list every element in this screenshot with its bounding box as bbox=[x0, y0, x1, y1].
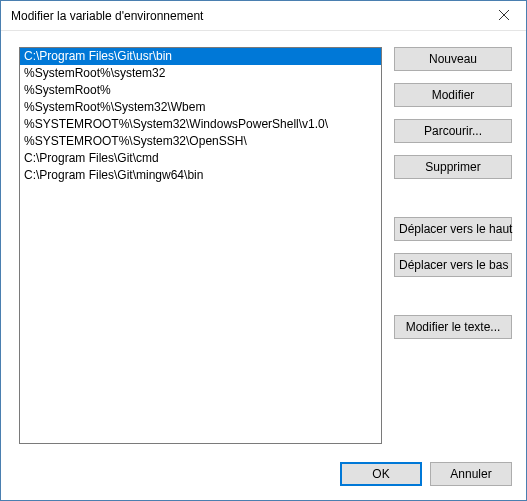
move-up-button[interactable]: Déplacer vers le haut bbox=[394, 217, 512, 241]
dialog-window: Modifier la variable d'environnement C:\… bbox=[0, 0, 527, 501]
edit-text-button[interactable]: Modifier le texte... bbox=[394, 315, 512, 339]
list-item[interactable]: %SYSTEMROOT%\System32\WindowsPowerShell\… bbox=[20, 116, 381, 133]
new-button[interactable]: Nouveau bbox=[394, 47, 512, 71]
titlebar: Modifier la variable d'environnement bbox=[1, 1, 526, 31]
list-item[interactable]: C:\Program Files\Git\cmd bbox=[20, 150, 381, 167]
cancel-button[interactable]: Annuler bbox=[430, 462, 512, 486]
move-down-button[interactable]: Déplacer vers le bas bbox=[394, 253, 512, 277]
list-item[interactable]: C:\Program Files\Git\usr\bin bbox=[20, 48, 381, 65]
list-item[interactable]: C:\Program Files\Git\mingw64\bin bbox=[20, 167, 381, 184]
list-item[interactable]: %SystemRoot%\System32\Wbem bbox=[20, 99, 381, 116]
list-item[interactable]: %SystemRoot%\system32 bbox=[20, 65, 381, 82]
list-item[interactable]: %SystemRoot% bbox=[20, 82, 381, 99]
window-title: Modifier la variable d'environnement bbox=[11, 9, 481, 23]
ok-button[interactable]: OK bbox=[340, 462, 422, 486]
browse-button[interactable]: Parcourir... bbox=[394, 119, 512, 143]
footer: OK Annuler bbox=[1, 454, 526, 500]
path-listbox[interactable]: C:\Program Files\Git\usr\bin%SystemRoot%… bbox=[19, 47, 382, 444]
list-item[interactable]: %SYSTEMROOT%\System32\OpenSSH\ bbox=[20, 133, 381, 150]
side-buttons: Nouveau Modifier Parcourir... Supprimer … bbox=[394, 47, 512, 444]
delete-button[interactable]: Supprimer bbox=[394, 155, 512, 179]
close-icon bbox=[499, 9, 509, 23]
close-button[interactable] bbox=[481, 1, 526, 31]
content-area: C:\Program Files\Git\usr\bin%SystemRoot%… bbox=[1, 31, 526, 454]
edit-button[interactable]: Modifier bbox=[394, 83, 512, 107]
